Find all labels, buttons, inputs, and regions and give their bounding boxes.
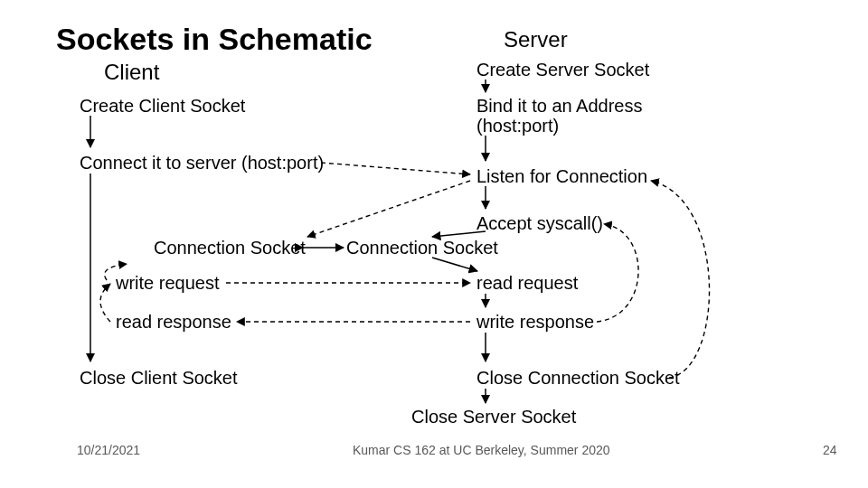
- server-accept: Accept syscall(): [476, 213, 603, 234]
- server-create: Create Server Socket: [476, 60, 649, 80]
- client-write-request: write request: [116, 273, 220, 294]
- server-listen: Listen for Connection: [476, 166, 647, 187]
- server-bind-l1: Bind it to an Address: [476, 96, 642, 117]
- client-read-response: read response: [116, 312, 231, 333]
- server-read-request: read request: [476, 273, 578, 294]
- client-connect: Connect it to server (host:port): [80, 153, 324, 174]
- client-conn-socket: Connection Socket: [154, 238, 306, 258]
- client-create: Create Client Socket: [80, 96, 245, 117]
- client-heading: Client: [104, 60, 159, 85]
- arrow-connect-to-listen: [321, 163, 470, 174]
- slide: { "title": "Sockets in Schematic", "clie…: [0, 0, 868, 488]
- server-write-response: write response: [476, 312, 594, 333]
- page-number: 24: [823, 443, 837, 457]
- footer-date: 10/21/2021: [77, 443, 140, 457]
- server-close-conn: Close Connection Socket: [476, 368, 680, 389]
- arrow-server-loop-outer: [651, 181, 710, 378]
- server-close-server: Close Server Socket: [411, 407, 576, 427]
- arrow-connsock-to-read: [432, 258, 477, 271]
- client-close: Close Client Socket: [80, 368, 238, 389]
- server-conn-socket: Connection Socket: [346, 238, 498, 258]
- server-heading: Server: [504, 27, 568, 52]
- slide-title: Sockets in Schematic: [56, 22, 373, 57]
- arrow-client-loop-back: [100, 284, 110, 322]
- arrow-server-loop-inner: [597, 224, 638, 322]
- arrow-listen-to-client-connsock: [307, 181, 470, 237]
- footer-credit: Kumar CS 162 at UC Berkeley, Summer 2020: [353, 443, 610, 457]
- server-bind-l2: (host:port): [476, 116, 559, 136]
